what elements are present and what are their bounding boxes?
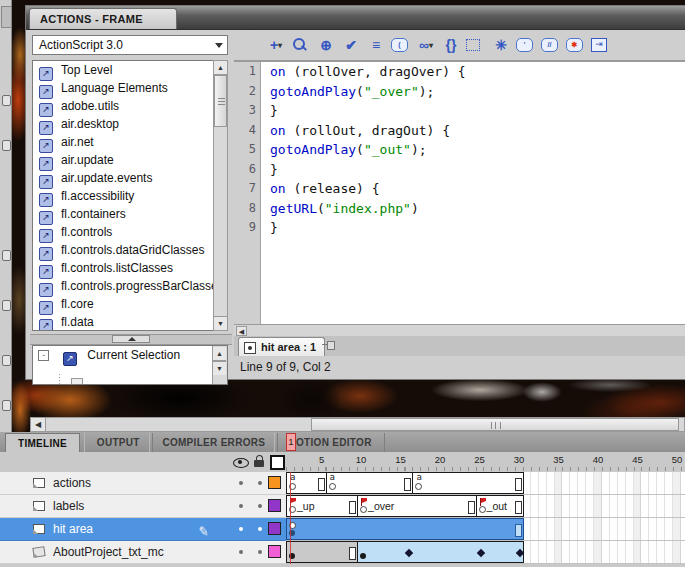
tool-icon-partial[interactable]: [2, 400, 11, 411]
frame-span[interactable]: _over: [357, 495, 477, 517]
tool-button-partial[interactable]: [1, 6, 12, 28]
tree-scrollbar[interactable]: ▲ ▼: [212, 346, 227, 384]
layer-outline-color-swatch[interactable]: [268, 522, 281, 535]
collapse-between-braces-icon[interactable]: {}: [441, 36, 461, 54]
layer-name-cell[interactable]: actions: [0, 472, 286, 495]
frame-span[interactable]: [286, 518, 524, 540]
frame-span[interactable]: _out: [476, 495, 524, 517]
class-list-item[interactable]: ↗fl.controls: [33, 223, 227, 241]
code-line[interactable]: 1on (rollOver, dragOver) {: [234, 62, 685, 82]
layer-frames[interactable]: _up_over_out: [286, 495, 685, 518]
code-line[interactable]: 7on (release) {: [234, 179, 685, 199]
layer-lock-dot[interactable]: [258, 527, 262, 531]
tool-icon-partial[interactable]: [2, 95, 11, 106]
pin-script-icon[interactable]: [322, 341, 334, 351]
layer-name-cell[interactable]: AboutProject_txt_mc: [0, 541, 286, 564]
show-hide-all-layers-icon[interactable]: [233, 458, 249, 468]
tab-actions-frame[interactable]: ACTIONS - FRAME: [29, 8, 177, 29]
class-list-item[interactable]: ↗fl.controls.listClasses: [33, 259, 227, 277]
apply-block-comment-icon[interactable]: ': [516, 38, 533, 52]
tool-icon-partial[interactable]: [2, 250, 11, 261]
layer-outline-color-swatch[interactable]: [268, 499, 281, 512]
add-item-icon[interactable]: +▾: [266, 36, 286, 54]
splitter-collapse-button[interactable]: [112, 335, 150, 343]
auto-format-icon[interactable]: ≡: [366, 36, 386, 54]
frame-ruler[interactable]: 5101520253035404550: [286, 452, 685, 471]
show-hide-toolbox-icon[interactable]: ⇥: [591, 38, 607, 52]
code-line[interactable]: 9}: [234, 218, 685, 238]
script-tab-hit-area[interactable]: hit area : 1: [238, 337, 325, 357]
layer-frames[interactable]: aaa: [286, 472, 685, 495]
tree-collapse-icon[interactable]: -: [38, 350, 49, 361]
layer-outline-color-swatch[interactable]: [268, 545, 281, 558]
scroll-up-arrow-icon[interactable]: ▲: [214, 61, 227, 75]
timeline-layer-row[interactable]: AboutProject_txt_mc: [0, 541, 685, 564]
tab-output[interactable]: OUTPUT: [84, 433, 153, 452]
frame-span[interactable]: a: [412, 472, 524, 494]
class-list-item[interactable]: ↗adobe.utils: [33, 97, 227, 115]
tools-panel-partial[interactable]: [0, 0, 12, 432]
scroll-up-arrow-icon[interactable]: ▲: [213, 347, 226, 361]
playhead[interactable]: 1: [286, 433, 296, 451]
show-code-hint-icon[interactable]: (: [391, 38, 408, 52]
expand-all-icon[interactable]: ✳: [491, 36, 511, 54]
layer-visibility-dot[interactable]: [239, 504, 243, 508]
tool-icon-partial[interactable]: [2, 140, 11, 151]
class-list-item[interactable]: ↗air.net: [33, 133, 227, 151]
code-line[interactable]: 3}: [234, 101, 685, 121]
layer-lock-dot[interactable]: [258, 504, 262, 508]
tool-icon-partial[interactable]: [2, 355, 11, 366]
class-list-item[interactable]: ↗fl.containers: [33, 205, 227, 223]
class-list-item[interactable]: ↗fl.core: [33, 295, 227, 313]
remove-comment-icon[interactable]: ✱: [566, 38, 583, 52]
class-list-item[interactable]: ↗air.update: [33, 151, 227, 169]
debug-options-icon[interactable]: ∞▾: [416, 36, 436, 54]
class-list-item[interactable]: ↗fl.data: [33, 313, 227, 331]
code-line[interactable]: 6}: [234, 160, 685, 180]
class-list-scrollbar[interactable]: ▲ ▼: [213, 60, 228, 331]
layer-name-cell[interactable]: labels: [0, 495, 286, 518]
frame-span[interactable]: a: [286, 472, 327, 494]
scrollbar-thumb[interactable]: [311, 418, 679, 431]
scroll-down-arrow-icon[interactable]: ▼: [214, 316, 227, 330]
scrollbar-thumb[interactable]: [214, 75, 227, 127]
scroll-left-arrow-icon[interactable]: ◀: [236, 326, 247, 336]
class-list-item[interactable]: ↗Top Level: [33, 61, 227, 79]
class-list-item[interactable]: ↗air.update.events: [33, 169, 227, 187]
collapse-selection-icon[interactable]: [466, 39, 480, 51]
layer-lock-dot[interactable]: [258, 481, 262, 485]
layer-frames[interactable]: [286, 518, 685, 541]
lock-unlock-all-layers-icon[interactable]: [254, 455, 265, 468]
show-all-layers-as-outlines-icon[interactable]: [270, 455, 285, 470]
code-line[interactable]: 5gotoAndPlay("_out");: [234, 140, 685, 160]
actionscript-version-dropdown[interactable]: ActionScript 3.0: [32, 35, 228, 55]
panel-splitter[interactable]: [30, 334, 232, 345]
layer-name-cell[interactable]: hit area✎: [0, 518, 286, 541]
check-syntax-icon[interactable]: ✔: [341, 36, 361, 54]
scroll-left-arrow-icon[interactable]: ◀: [31, 418, 46, 431]
find-icon[interactable]: [291, 38, 307, 52]
timeline-layer-row[interactable]: labels_up_over_out: [0, 495, 685, 518]
class-list-item[interactable]: ↗Language Elements: [33, 79, 227, 97]
layer-frames[interactable]: [286, 541, 685, 564]
tab-compiler-errors[interactable]: COMPILER ERRORS: [149, 433, 278, 452]
frame-span[interactable]: [286, 541, 358, 563]
frame-span[interactable]: _up: [286, 495, 358, 517]
tree-item-current-selection[interactable]: - ↗ Current Selection: [33, 346, 227, 364]
layer-visibility-dot[interactable]: [239, 550, 243, 554]
class-list-item[interactable]: ↗fl.accessibility: [33, 187, 227, 205]
class-list-item[interactable]: ↗air.desktop: [33, 115, 227, 133]
apply-line-comment-icon[interactable]: //: [541, 38, 558, 52]
code-line[interactable]: 4on (rollOut, dragOut) {: [234, 121, 685, 141]
frame-span[interactable]: a: [326, 472, 414, 494]
tab-timeline[interactable]: TIMELINE: [5, 433, 80, 453]
code-line[interactable]: 8getURL("index.php"): [234, 199, 685, 219]
layer-outline-color-swatch[interactable]: [268, 476, 281, 489]
layer-visibility-dot[interactable]: [239, 481, 243, 485]
class-list-item[interactable]: ↗fl.controls.dataGridClasses: [33, 241, 227, 259]
script-editor[interactable]: 1on (rollOver, dragOver) {2gotoAndPlay("…: [234, 61, 685, 325]
layer-lock-dot[interactable]: [258, 550, 262, 554]
stage-horizontal-scrollbar[interactable]: ◀: [30, 417, 685, 432]
frame-span[interactable]: [357, 541, 524, 563]
layer-visibility-dot[interactable]: [239, 527, 243, 531]
